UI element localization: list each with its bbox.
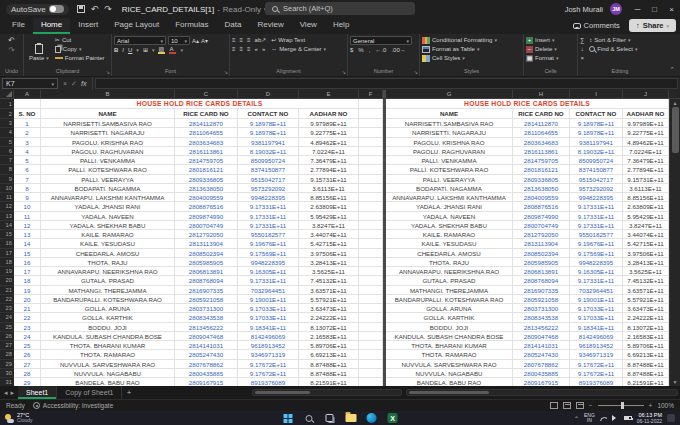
dialog-launcher-icon[interactable]: ↘ bbox=[414, 70, 418, 75]
cell[interactable]: 28 bbox=[14, 369, 41, 378]
row-header[interactable]: 30 bbox=[0, 369, 14, 378]
cell[interactable]: 7.36479E+11 bbox=[623, 156, 669, 165]
cell[interactable]: PAGOLU. RAGHUVARAN bbox=[386, 147, 513, 156]
cell[interactable]: 9.17331E+11 bbox=[570, 212, 623, 221]
avatar[interactable]: JM bbox=[610, 3, 622, 15]
cell[interactable]: NARRISETTI. NAGARAJU bbox=[386, 128, 513, 137]
cell[interactable]: 9550182577 bbox=[238, 230, 299, 239]
cell[interactable]: 3.8247E+11 bbox=[623, 221, 669, 230]
cell[interactable]: 9.19676E+11 bbox=[238, 239, 299, 248]
cell[interactable]: 7.36479E+11 bbox=[299, 156, 359, 165]
align-bottom-icon[interactable]: ≡ bbox=[247, 36, 251, 44]
ribbon-tab-formulas[interactable]: Formulas bbox=[167, 18, 216, 34]
battery-icon[interactable] bbox=[624, 416, 632, 420]
cell[interactable]: 4.89462E+11 bbox=[623, 138, 669, 147]
cell[interactable]: GOLLA. KARTHIK bbox=[41, 313, 175, 322]
align-middle-icon[interactable]: ≡ bbox=[240, 36, 244, 44]
cell[interactable] bbox=[359, 369, 383, 378]
row-header[interactable]: 9 bbox=[0, 175, 14, 184]
row-header[interactable]: 28 bbox=[0, 350, 14, 359]
horizontal-scrollbar-right[interactable] bbox=[406, 389, 678, 396]
cell[interactable]: 3.97506E+11 bbox=[299, 249, 359, 258]
autosave-toggle[interactable]: AutoSave bbox=[6, 4, 69, 15]
tray-chevron-icon[interactable]: ⌃ bbox=[574, 415, 579, 422]
start-button[interactable] bbox=[282, 412, 294, 424]
cell[interactable] bbox=[359, 138, 383, 147]
cell[interactable] bbox=[359, 193, 383, 202]
cell[interactable]: 7032964451 bbox=[570, 286, 623, 295]
cell[interactable]: THOTA. RAJU bbox=[386, 258, 513, 267]
cell[interactable]: 12 bbox=[14, 221, 41, 230]
cell[interactable]: 3 bbox=[14, 138, 41, 147]
row-header[interactable]: 2 bbox=[0, 109, 14, 119]
cell[interactable]: 2805921058 bbox=[175, 295, 238, 304]
cell[interactable] bbox=[359, 230, 383, 239]
cell[interactable]: 2807678862 bbox=[513, 360, 570, 369]
cell[interactable]: 3.63571E+11 bbox=[299, 286, 359, 295]
cell[interactable]: 2816113861 bbox=[513, 147, 570, 156]
cell[interactable] bbox=[359, 304, 383, 313]
row-header[interactable]: 1 bbox=[0, 99, 14, 109]
cell[interactable]: 18 bbox=[14, 276, 41, 285]
cell[interactable]: 8374150877 bbox=[570, 165, 623, 174]
cell[interactable]: 5.95429E+11 bbox=[623, 212, 669, 221]
cell[interactable]: 2813456222 bbox=[513, 323, 570, 332]
cell[interactable]: 10 bbox=[14, 202, 41, 211]
cell[interactable]: 3.97506E+11 bbox=[623, 249, 669, 258]
cancel-entry-icon[interactable]: × bbox=[63, 80, 67, 87]
cell[interactable]: 9.19001E+11 bbox=[570, 295, 623, 304]
column-header[interactable]: I bbox=[570, 90, 623, 98]
cell[interactable]: PALLI. KOTESHWARA RAO bbox=[386, 165, 513, 174]
cell[interactable] bbox=[359, 286, 383, 295]
cell[interactable] bbox=[359, 119, 383, 128]
column-header[interactable]: H bbox=[513, 90, 570, 98]
cell[interactable] bbox=[359, 156, 383, 165]
cell[interactable]: 25 bbox=[14, 341, 41, 350]
bold-button[interactable]: B bbox=[114, 46, 118, 54]
column-header[interactable]: E bbox=[299, 90, 359, 98]
cell[interactable]: 3.44074E+11 bbox=[299, 230, 359, 239]
cell[interactable]: 2800704749 bbox=[175, 221, 238, 230]
cell[interactable]: 2808343538 bbox=[513, 313, 570, 322]
formula-input[interactable] bbox=[95, 78, 678, 89]
cell[interactable] bbox=[359, 360, 383, 369]
cell[interactable]: 9346971319 bbox=[238, 350, 299, 359]
cell[interactable] bbox=[359, 165, 383, 174]
cell[interactable]: 9.17331E+11 bbox=[238, 202, 299, 211]
cell[interactable] bbox=[359, 332, 383, 341]
cell[interactable]: ANNAVARAPU. NEERIKSHNA RAO bbox=[41, 267, 175, 276]
ribbon-tab-review[interactable]: Review bbox=[249, 18, 291, 34]
cell[interactable]: 2.77894E+11 bbox=[299, 165, 359, 174]
cell[interactable]: 9.17331E+11 bbox=[570, 276, 623, 285]
cell[interactable]: 9.17672E+11 bbox=[238, 369, 299, 378]
row-header[interactable]: 12 bbox=[0, 202, 14, 211]
cell[interactable]: 2814112870 bbox=[175, 119, 238, 128]
cell[interactable]: 8.87488E+11 bbox=[623, 369, 669, 378]
cell[interactable]: MATHANGI. THEREJAMMA bbox=[41, 286, 175, 295]
cell[interactable]: 2813456222 bbox=[175, 323, 238, 332]
cell[interactable] bbox=[359, 202, 383, 211]
row-header[interactable]: 22 bbox=[0, 295, 14, 304]
cell[interactable]: 2813113904 bbox=[513, 239, 570, 248]
cell[interactable]: 2805985905 bbox=[175, 258, 238, 267]
cell[interactable]: 9.17672E+11 bbox=[238, 360, 299, 369]
vertical-scrollbar-thumb[interactable] bbox=[672, 107, 679, 153]
cell[interactable]: 9.17033E+11 bbox=[238, 313, 299, 322]
cell[interactable]: 2811064655 bbox=[175, 128, 238, 137]
cell[interactable]: 5.57921E+11 bbox=[623, 295, 669, 304]
cell[interactable]: 9573292092 bbox=[238, 184, 299, 193]
scroll-up-icon[interactable]: ▲ bbox=[673, 99, 678, 107]
cell[interactable]: 7.45132E+11 bbox=[299, 276, 359, 285]
cell[interactable]: HOUSE HOLD RICE CARDS DETAILS bbox=[41, 99, 359, 109]
enter-entry-icon[interactable]: ✓ bbox=[71, 80, 77, 88]
cell[interactable] bbox=[359, 184, 383, 193]
fill-color-button[interactable]: ▨ bbox=[158, 46, 165, 54]
row-header[interactable]: 8 bbox=[0, 165, 14, 174]
cell[interactable]: 2.63809E+11 bbox=[299, 202, 359, 211]
cell[interactable]: KAILE. YESUDASU bbox=[41, 239, 175, 248]
cell[interactable]: 9.22775E+11 bbox=[623, 128, 669, 137]
cell[interactable]: BODAPATI. NAGAMMA bbox=[41, 184, 175, 193]
align-left-icon[interactable]: ≡ bbox=[232, 45, 236, 53]
row-header[interactable]: 16 bbox=[0, 239, 14, 248]
row-header[interactable]: 14 bbox=[0, 221, 14, 230]
